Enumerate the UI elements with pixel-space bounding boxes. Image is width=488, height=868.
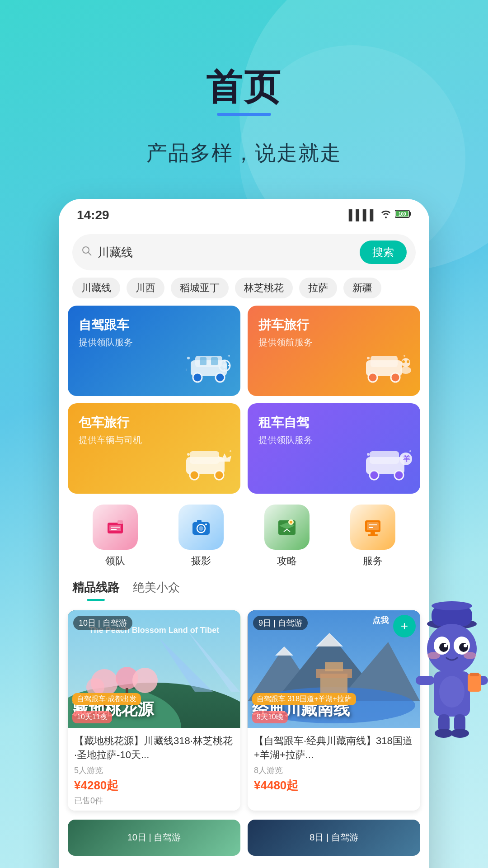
svg-point-54	[199, 526, 203, 531]
svg-point-102	[444, 644, 447, 647]
tour-days-badge-2: 9天10晚	[252, 711, 288, 723]
svg-point-100	[439, 643, 448, 652]
tab-featured[interactable]: 精品线路	[72, 580, 119, 601]
page-title: 首页	[206, 63, 282, 112]
tour-badge-2: 9日 | 自驾游	[253, 616, 308, 630]
svg-point-18	[187, 357, 190, 359]
svg-point-30	[404, 355, 405, 357]
svg-point-72	[132, 668, 158, 693]
small-service-leader[interactable]: = 领队	[93, 505, 138, 568]
svg-point-28	[407, 360, 409, 363]
tabs-area: 精品线路 绝美小众	[59, 572, 429, 601]
svg-point-41	[394, 471, 404, 480]
svg-line-5	[88, 252, 91, 255]
search-button[interactable]: 搜索	[360, 241, 407, 264]
svg-point-56	[205, 524, 207, 525]
service-card-rental[interactable]: 租车自驾 提供领队服务 羊	[248, 403, 420, 494]
tour-sub-badge-2: 自驾跟车 318国道+羊湖+拉萨	[252, 693, 356, 705]
svg-rect-1	[409, 212, 411, 216]
tour-days-badge-1: 10天11夜	[72, 711, 112, 723]
svg-point-36	[187, 453, 190, 456]
search-bar[interactable]: 川藏线 搜索	[72, 234, 416, 270]
peek-label-2: 8日 | 自驾游	[310, 831, 358, 844]
tour-info-1: 【藏地桃花源】川藏线318·林芝桃花·圣地拉萨-10天... 5人游览 ¥428…	[68, 728, 240, 811]
tags-area: 川藏线 川西 稻城亚丁 林芝桃花 拉萨 新疆	[59, 270, 429, 306]
service-card-charter[interactable]: 包车旅行 提供车辆与司机	[68, 403, 240, 494]
tag-item[interactable]: 川藏线	[72, 278, 120, 298]
tab-beautiful[interactable]: 绝美小众	[133, 580, 180, 601]
svg-point-111	[435, 729, 453, 738]
small-services: = 领队 摄影	[59, 494, 429, 572]
tag-item[interactable]: 新疆	[343, 278, 381, 298]
svg-rect-10	[200, 357, 206, 365]
peek-card-2[interactable]: 8日 | 自驾游	[248, 820, 420, 856]
search-input[interactable]: 川藏线	[98, 245, 354, 260]
small-service-service[interactable]: 服务	[350, 505, 395, 568]
svg-point-104	[427, 652, 440, 659]
service-title: 拼车旅行	[258, 316, 409, 334]
tour-card-1[interactable]: The Peach Blossom Land of Tibet 10日 | 自驾…	[68, 610, 240, 811]
tag-item[interactable]: 拉萨	[299, 278, 337, 298]
tag-item[interactable]: 林芝桃花	[235, 278, 293, 298]
svg-marker-35	[218, 453, 231, 462]
service-grid: 自驾跟车 提供领队服务	[59, 306, 429, 494]
tour-pax-2: 8人游览	[254, 765, 414, 776]
service-label: 服务	[363, 554, 383, 568]
svg-point-113	[439, 676, 465, 708]
svg-point-9	[216, 373, 225, 382]
tour-badge-1: 10日 | 自驾游	[73, 616, 132, 630]
svg-point-96	[432, 601, 472, 610]
tour-sub-badge-1: 自驾跟车·成都出发	[72, 693, 141, 705]
tour-info-2: 【自驾跟车·经典川藏南线】318国道+羊湖+拉萨... 8人游览 ¥4480起	[248, 728, 420, 798]
svg-rect-11	[211, 357, 218, 365]
svg-rect-55	[197, 520, 202, 523]
svg-rect-63	[371, 532, 375, 534]
small-service-guide[interactable]: 攻略	[264, 505, 310, 568]
svg-text:=: =	[118, 520, 121, 524]
service-card-self-drive[interactable]: 自驾跟车 提供领队服务	[68, 306, 240, 396]
tour-sold-1: 已售0件	[74, 795, 234, 806]
service-title: 包车旅行	[79, 414, 230, 431]
service-card-carpool[interactable]: 拼车旅行 提供领航服务	[248, 306, 420, 396]
photo-icon	[178, 505, 224, 550]
svg-point-40	[370, 471, 379, 480]
svg-point-23	[368, 373, 377, 382]
phone-mockup: 14:29 ▌▌▌▌ 100 川藏线 搜索 川藏线 川西 稻城亚丁 林芝桃花 拉…	[59, 199, 429, 868]
svg-point-33	[190, 471, 199, 480]
svg-point-103	[464, 644, 467, 647]
svg-rect-32	[190, 451, 219, 464]
tour-name-2: 【自驾跟车·经典川藏南线】318国道+羊湖+拉萨...	[254, 734, 414, 762]
tour-price-1: ¥4280起	[74, 778, 234, 793]
tour-card-2[interactable]: 9日 | 自驾游 + 点我 经典川藏南线 自驾跟车 318国道+羊湖+拉萨 9天…	[248, 610, 420, 811]
svg-rect-62	[367, 522, 379, 530]
search-icon	[81, 245, 92, 259]
svg-point-101	[459, 643, 468, 652]
svg-rect-39	[370, 451, 399, 464]
photo-label: 摄影	[191, 554, 211, 568]
small-service-photo[interactable]: 摄影	[178, 505, 224, 568]
service-icon-car: +	[182, 347, 236, 392]
wifi-icon	[380, 209, 391, 221]
battery-icon: 100	[395, 209, 411, 221]
tour-pax-1: 5人游览	[74, 765, 234, 776]
service-icon-rental: 羊	[361, 444, 416, 489]
tour-name-1: 【藏地桃花源】川藏线318·林芝桃花·圣地拉萨-10天...	[74, 734, 234, 762]
service-icon-charter	[182, 444, 236, 489]
svg-point-24	[391, 373, 400, 382]
svg-rect-115	[470, 673, 479, 676]
guide-icon	[264, 505, 310, 550]
leader-icon: =	[93, 505, 138, 550]
tag-item[interactable]: 川西	[127, 278, 164, 298]
peek-card-1[interactable]: 10日 | 自驾游	[68, 820, 240, 856]
svg-point-29	[367, 357, 370, 359]
peek-inner-1: 10日 | 自驾游	[68, 820, 240, 856]
service-title: 租车自驾	[258, 414, 409, 431]
svg-point-37	[230, 450, 231, 452]
mascot-character	[407, 597, 488, 732]
tour-click-label: 点我	[372, 615, 389, 626]
tag-item[interactable]: 稻城亚丁	[171, 278, 229, 298]
tour-image-1: The Peach Blossom Land of Tibet 10日 | 自驾…	[68, 610, 240, 728]
svg-point-45	[409, 450, 411, 452]
signal-icon: ▌▌▌▌	[349, 209, 377, 221]
tour-cards: The Peach Blossom Land of Tibet 10日 | 自驾…	[59, 601, 429, 820]
